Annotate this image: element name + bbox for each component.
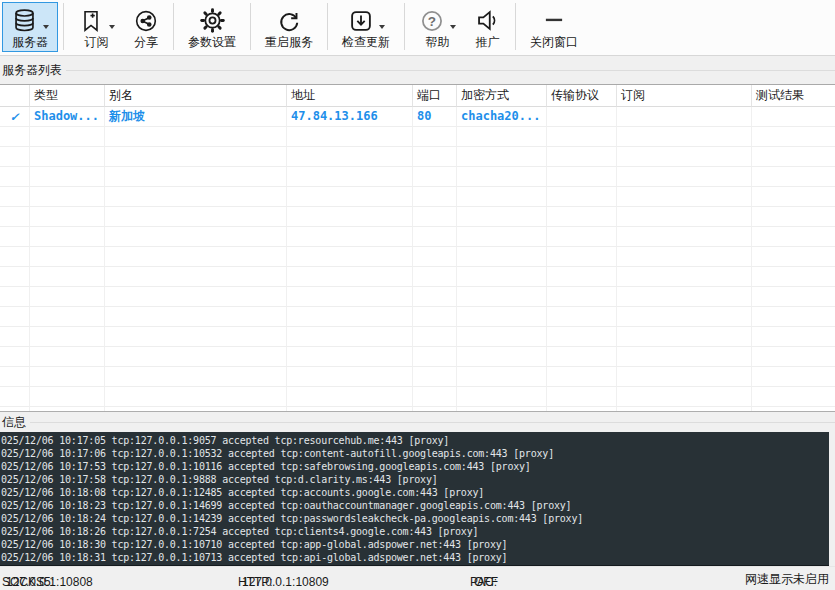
- pac-value: OFF: [474, 575, 498, 589]
- server-selected-check: ✓: [0, 107, 30, 127]
- header-check[interactable]: [0, 85, 30, 107]
- download-icon: [348, 8, 374, 34]
- toolbar-button-label: 推广: [476, 35, 500, 49]
- empty-table-row: [0, 207, 835, 227]
- empty-table-row: [0, 327, 835, 347]
- chevron-down-icon: [43, 25, 49, 29]
- toolbar-button-settings[interactable]: 参数设置: [179, 2, 245, 52]
- toolbar-button-label: 服务器: [12, 35, 48, 49]
- server-table: 类型 别名 地址 端口 加密方式 传输协议 订阅 测试结果 ✓ Shadow..…: [0, 84, 835, 412]
- toolbar-button-check-update[interactable]: 检查更新: [333, 2, 399, 52]
- gear-icon: [199, 7, 226, 34]
- toolbar-button-subscription[interactable]: 订阅: [69, 2, 124, 52]
- toolbar-separator: [515, 3, 516, 50]
- log-line: 025/12/06 10:18:23 tcp:127.0.0.1:14699 a…: [1, 499, 829, 512]
- header-subscription[interactable]: 订阅: [617, 85, 752, 107]
- log-line: 025/12/06 10:17:58 tcp:127.0.0.1:9888 ac…: [1, 473, 829, 486]
- empty-table-row: [0, 147, 835, 167]
- section-rule: [66, 70, 835, 71]
- chevron-down-icon: [450, 25, 456, 29]
- server-table-header: 类型 别名 地址 端口 加密方式 传输协议 订阅 测试结果: [0, 85, 835, 107]
- header-type[interactable]: 类型: [30, 85, 105, 107]
- toolbar-button-label: 参数设置: [188, 35, 236, 49]
- toolbar-separator: [173, 3, 174, 50]
- empty-table-row: [0, 367, 835, 387]
- log-line: 025/12/06 10:18:24 tcp:127.0.0.1:14239 a…: [1, 512, 829, 525]
- server-address: 47.84.13.166: [287, 107, 413, 127]
- toolbar-button-promotion[interactable]: 推广: [465, 2, 510, 52]
- server-encryption: chacha20...: [457, 107, 547, 127]
- log-line: 025/12/06 10:18:26 tcp:127.0.0.1:7254 ac…: [1, 525, 829, 538]
- server-table-empty-rows: [0, 127, 835, 412]
- server-protocol: [547, 107, 617, 127]
- header-protocol[interactable]: 传输协议: [547, 85, 617, 107]
- log-line: 025/12/06 10:17:06 tcp:127.0.0.1:10532 a…: [1, 447, 829, 460]
- section-rule: [30, 422, 835, 423]
- header-test-result[interactable]: 测试结果: [752, 85, 835, 107]
- empty-table-row: [0, 227, 835, 247]
- toolbar-button-label: 关闭窗口: [530, 35, 578, 49]
- server-subscription: [617, 107, 752, 127]
- empty-table-row: [0, 307, 835, 327]
- bookmark-plus-icon: [78, 8, 104, 34]
- info-section: 信息: [0, 412, 835, 432]
- log-line: 025/12/06 10:17:53 tcp:127.0.0.1:10116 a…: [1, 460, 829, 473]
- speaker-icon: [474, 7, 501, 34]
- empty-table-row: [0, 247, 835, 267]
- toolbar-button-label: 帮助: [426, 35, 450, 49]
- toolbar-separator: [250, 3, 251, 50]
- toolbar-button-servers[interactable]: 服务器: [2, 2, 58, 52]
- toolbar-button-close-window[interactable]: 关闭窗口: [521, 2, 587, 52]
- log-line: 025/12/06 10:18:30 tcp:127.0.0.1:10710 a…: [1, 538, 829, 551]
- status-bar: SOCKS5:127.0.0.1:10808 HTTP:127.0.0.1:10…: [0, 566, 835, 589]
- empty-table-row: [0, 267, 835, 287]
- toolbar-button-label: 重启服务: [265, 35, 313, 49]
- question-icon: ?: [419, 8, 445, 34]
- server-database-icon: [11, 7, 38, 34]
- toolbar: 服务器 订阅: [0, 0, 835, 56]
- chevron-down-icon: [109, 25, 115, 29]
- empty-table-row: [0, 347, 835, 367]
- header-encryption[interactable]: 加密方式: [457, 85, 547, 107]
- server-alias: 新加坡: [105, 107, 287, 127]
- server-type: Shadow...: [30, 107, 105, 127]
- toolbar-separator: [63, 3, 64, 50]
- empty-table-row: [0, 127, 835, 147]
- empty-table-row: [0, 167, 835, 187]
- minimize-dash-icon: [541, 8, 567, 34]
- speed-display-note: 网速显示未启用: [745, 571, 829, 588]
- header-address[interactable]: 地址: [287, 85, 413, 107]
- toolbar-separator: [327, 3, 328, 50]
- server-port: 80: [413, 107, 457, 127]
- toolbar-button-share[interactable]: 分享: [124, 2, 168, 52]
- toolbar-separator: [404, 3, 405, 50]
- check-icon: ✓: [11, 109, 19, 124]
- log-line: 025/12/06 10:18:08 tcp:127.0.0.1:12485 a…: [1, 486, 829, 499]
- server-test-result: [752, 107, 835, 127]
- toolbar-button-restart-service[interactable]: 重启服务: [256, 2, 322, 52]
- toolbar-button-help[interactable]: ? 帮助: [410, 2, 465, 52]
- log-console[interactable]: 025/12/06 10:17:05 tcp:127.0.0.1:9057 ac…: [0, 432, 829, 566]
- empty-table-row: [0, 187, 835, 207]
- header-alias[interactable]: 别名: [105, 85, 287, 107]
- app-window: 服务器 订阅: [0, 0, 835, 590]
- header-port[interactable]: 端口: [413, 85, 457, 107]
- socks5-value: 127.0.0.1:10808: [6, 575, 93, 589]
- toolbar-button-label: 订阅: [85, 35, 109, 49]
- empty-table-row: [0, 287, 835, 307]
- toolbar-button-label: 检查更新: [342, 35, 390, 49]
- refresh-icon: [276, 8, 302, 34]
- toolbar-button-label: 分享: [134, 35, 158, 49]
- chevron-down-icon: [379, 25, 385, 29]
- server-list-section: 服务器列表: [0, 56, 835, 84]
- log-line: 025/12/06 10:18:31 tcp:127.0.0.1:10713 a…: [1, 551, 829, 564]
- server-row[interactable]: ✓ Shadow... 新加坡 47.84.13.166 80 chacha20…: [0, 107, 835, 127]
- log-line: 025/12/06 10:17:05 tcp:127.0.0.1:9057 ac…: [1, 434, 829, 447]
- http-value: 127.0.0.1:10809: [242, 575, 329, 589]
- svg-text:?: ?: [428, 13, 436, 28]
- share-icon: [133, 8, 159, 34]
- server-list-title: 服务器列表: [2, 62, 66, 79]
- info-title: 信息: [2, 414, 30, 431]
- empty-table-row: [0, 387, 835, 407]
